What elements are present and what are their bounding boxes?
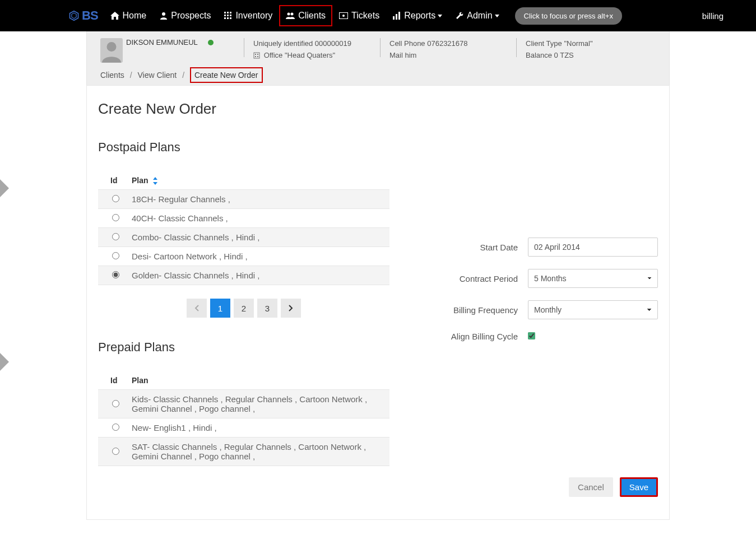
nav-reports[interactable]: Reports <box>386 5 449 26</box>
svg-marker-1 <box>72 13 76 18</box>
plan-label: New- English1 , Hindi , <box>126 418 389 438</box>
pager-page-1[interactable]: 1 <box>210 299 230 318</box>
main-panel: Create New Order Postpaid Plans Id Plan <box>86 85 670 520</box>
prepaid-title: Prepaid Plans <box>98 340 389 355</box>
table-row[interactable]: Desi- Cartoon Network , Hindi , <box>98 247 389 266</box>
navbar: BS Home Prospects Inventory Clients Tick… <box>0 0 756 31</box>
postpaid-title: Postpaid Plans <box>98 140 389 155</box>
svg-point-13 <box>291 13 294 16</box>
svg-point-15 <box>342 15 345 17</box>
billing-freq-select[interactable]: Monthly <box>528 300 658 319</box>
plan-label: 40CH- Classic Channels , <box>126 209 389 228</box>
plan-header[interactable]: Plan <box>126 171 389 190</box>
chart-icon <box>393 12 401 20</box>
users-icon <box>286 12 295 20</box>
caret-icon <box>495 15 499 17</box>
svg-rect-5 <box>230 12 231 13</box>
plan-radio[interactable] <box>112 233 119 240</box>
nav-tickets[interactable]: Tickets <box>332 5 386 26</box>
id-header[interactable]: Id <box>98 171 126 190</box>
plan-label: Kids- Classic Channels , Regular Channel… <box>126 390 389 418</box>
contract-label: Contract Period <box>412 274 528 283</box>
svg-rect-17 <box>396 14 397 20</box>
left-drawer-handle-2[interactable] <box>0 353 9 371</box>
svg-rect-11 <box>230 17 231 19</box>
plan-radio[interactable] <box>112 400 119 407</box>
search-input[interactable]: Click to focus or press alt+x <box>515 7 622 25</box>
home-icon <box>110 12 119 20</box>
client-office: Office "Head Quaters" <box>264 51 336 59</box>
client-unique-id: Uniquely identified 000000019 <box>253 38 371 50</box>
start-date-label: Start Date <box>412 243 528 252</box>
plan-label: SAT- Classic Channels , Regular Channels… <box>126 438 389 466</box>
table-row[interactable]: 40CH- Classic Channels , <box>98 209 389 228</box>
divider <box>516 38 517 57</box>
sort-icon <box>152 177 158 185</box>
plan-radio[interactable] <box>112 214 119 221</box>
svg-point-2 <box>162 12 165 16</box>
svg-rect-23 <box>255 56 256 57</box>
nav-clients-label: Clients <box>298 11 326 21</box>
table-row[interactable]: Golden- Classic Channels , Hindi , <box>98 266 389 285</box>
nav-clients[interactable]: Clients <box>279 5 332 26</box>
nav-prospects-label: Prospects <box>171 11 211 21</box>
breadcrumb-clients[interactable]: Clients <box>100 71 124 80</box>
nav-tickets-label: Tickets <box>351 11 379 21</box>
plan-header[interactable]: Plan <box>126 371 389 390</box>
breadcrumb-current: Create New Order <box>190 67 263 83</box>
breadcrumb: Clients / View Client / Create New Order <box>100 63 656 85</box>
plan-radio[interactable] <box>112 271 119 278</box>
mail-link[interactable]: Mail him <box>389 51 416 59</box>
user-menu[interactable]: billing <box>702 11 725 21</box>
nav-admin[interactable]: Admin <box>449 5 505 26</box>
plan-radio[interactable] <box>112 424 119 431</box>
svg-rect-22 <box>257 54 258 55</box>
nav-home[interactable]: Home <box>104 5 154 26</box>
divider <box>380 38 381 57</box>
pager-next[interactable] <box>281 299 301 318</box>
svg-rect-7 <box>227 15 229 16</box>
svg-rect-8 <box>230 15 231 16</box>
nav-home-label: Home <box>123 11 147 21</box>
user-menu-label: billing <box>702 11 723 21</box>
plan-radio[interactable] <box>112 252 119 259</box>
save-button[interactable]: Save <box>620 477 658 497</box>
start-date-input[interactable] <box>528 238 658 257</box>
pager: 123 <box>98 299 389 318</box>
pager-page-3[interactable]: 3 <box>257 299 277 318</box>
billing-freq-label: Billing Frequency <box>412 305 528 315</box>
contract-select[interactable]: 5 Months <box>528 269 658 288</box>
table-row[interactable]: SAT- Classic Channels , Regular Channels… <box>98 438 389 466</box>
building-icon <box>253 52 260 59</box>
plan-radio[interactable] <box>112 195 119 202</box>
status-indicator <box>208 40 214 45</box>
align-label: Align Billing Cycle <box>412 332 528 341</box>
breadcrumb-view-client[interactable]: View Client <box>137 71 177 80</box>
brand-logo[interactable]: BS <box>68 8 98 23</box>
caret-icon <box>438 15 442 17</box>
table-row[interactable]: 18CH- Regular Channels , <box>98 190 389 209</box>
id-header[interactable]: Id <box>98 371 126 390</box>
nav-prospects[interactable]: Prospects <box>153 5 217 26</box>
postpaid-table: Id Plan 18CH- Regular Channels ,40CH- Cl… <box>98 171 389 285</box>
nav-inventory-label: Inventory <box>235 11 272 21</box>
page-title: Create New Order <box>98 100 658 118</box>
table-row[interactable]: New- English1 , Hindi , <box>98 418 389 438</box>
pager-page-2[interactable]: 2 <box>234 299 254 318</box>
cancel-button[interactable]: Cancel <box>569 477 613 497</box>
svg-rect-6 <box>224 15 226 16</box>
client-name: DIKSON EMMUNEUL <box>126 38 198 46</box>
left-drawer-handle-1[interactable] <box>0 179 9 197</box>
pager-prev[interactable] <box>187 299 207 318</box>
divider <box>244 38 244 57</box>
nav-items: Home Prospects Inventory Clients Tickets… <box>104 5 506 26</box>
table-row[interactable]: Combo- Classic Channels , Hindi , <box>98 228 389 247</box>
svg-rect-3 <box>224 12 226 13</box>
plan-label: Desi- Cartoon Network , Hindi , <box>126 247 389 266</box>
ticket-icon <box>339 12 348 19</box>
svg-rect-21 <box>255 54 256 55</box>
table-row[interactable]: Kids- Classic Channels , Regular Channel… <box>98 390 389 418</box>
plan-radio[interactable] <box>112 448 119 455</box>
align-checkbox[interactable] <box>528 332 535 339</box>
nav-inventory[interactable]: Inventory <box>217 5 279 26</box>
